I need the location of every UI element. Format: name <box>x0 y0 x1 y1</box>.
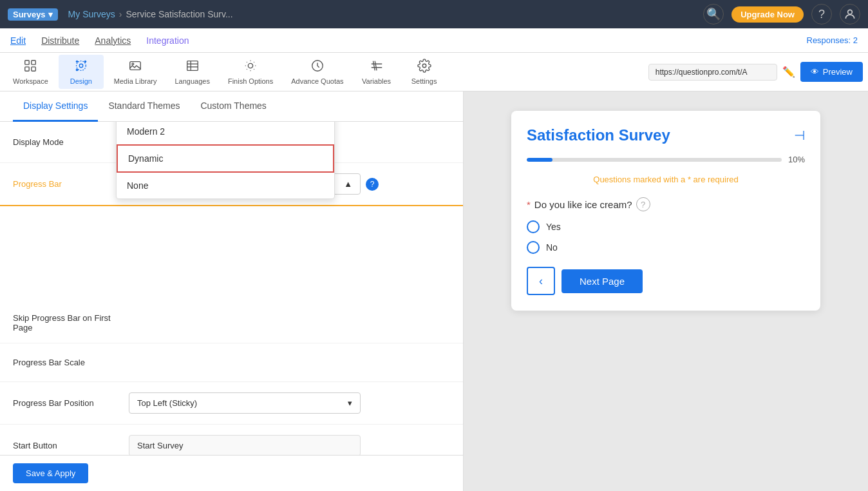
answer-label-yes: Yes <box>546 222 561 232</box>
progress-bar-row: Progress Bar Dynamic ▲ ? Modern 1 Modern… <box>0 163 463 206</box>
languages-label: Languages <box>175 77 209 85</box>
logo-dropdown-arrow: ▾ <box>48 10 53 19</box>
progress-bar-position-label: Progress Bar Position <box>13 398 129 408</box>
breadcrumb-mysurveys[interactable]: My Surveys <box>68 9 115 19</box>
progress-bar-position-row: Progress Bar Position Top Left (Sticky) … <box>0 382 463 425</box>
breadcrumb: My Surveys › Service Satisfaction Surv..… <box>68 9 233 19</box>
required-star: * <box>527 199 531 210</box>
save-apply-btn[interactable]: Save & Apply <box>13 463 88 483</box>
settings-content: Display Mode Classic Focus ? Progress Ba… <box>0 122 463 455</box>
answer-label-no: No <box>546 242 558 253</box>
breadcrumb-current: Service Satisfaction Surv... <box>126 9 232 19</box>
question-text: * Do you like ice cream? ? <box>527 197 805 211</box>
answer-option-yes: Yes <box>527 220 805 233</box>
toolbar-advance-quotas[interactable]: Advance Quotas <box>283 55 351 89</box>
logo-text: Surveys <box>13 10 46 19</box>
logo-btn[interactable]: Surveys ▾ <box>8 8 58 21</box>
media-library-icon <box>128 59 142 76</box>
toolbar-url-area: https://questionpro.com/t/A ✏️ 👁 Preview <box>648 62 863 82</box>
tab-standard-themes[interactable]: Standard Themes <box>98 91 190 122</box>
answer-option-no: No <box>527 241 805 254</box>
search-icon-btn[interactable]: 🔍 <box>703 4 724 24</box>
progress-bar-position-control: Top Left (Sticky) ▾ <box>129 392 450 414</box>
svg-rect-3 <box>25 67 29 71</box>
breadcrumb-sep: › <box>119 9 122 19</box>
start-button-label: Start Button <box>13 441 129 450</box>
media-library-label: Media Library <box>114 77 157 85</box>
next-page-btn[interactable]: Next Page <box>561 269 643 293</box>
top-nav: Surveys ▾ My Surveys › Service Satisfact… <box>0 0 868 28</box>
svg-rect-1 <box>25 61 29 64</box>
progress-bar-help-icon[interactable]: ? <box>366 178 379 191</box>
progress-bar-dropdown-menu: Modern 1 Modern 2 Dynamic None <box>116 122 335 199</box>
design-icon <box>74 59 88 76</box>
svg-point-7 <box>76 61 79 63</box>
progress-bar-position-value: Top Left (Sticky) <box>137 398 197 408</box>
svg-point-9 <box>76 69 79 72</box>
svg-point-16 <box>248 63 252 68</box>
svg-point-0 <box>848 10 853 14</box>
svg-rect-2 <box>32 61 35 64</box>
progress-bar-position-dropdown[interactable]: Top Left (Sticky) ▾ <box>129 392 361 414</box>
toolbar-variables[interactable]: Variables <box>354 55 399 89</box>
sub-nav: Edit Distribute Analytics Integration Re… <box>0 28 868 53</box>
skip-progress-bar-label: Skip Progress Bar on First Page <box>13 313 129 332</box>
edit-link[interactable]: Edit <box>10 35 26 46</box>
survey-exit-icon[interactable]: ⊣ <box>794 128 805 143</box>
finish-options-label: Finish Options <box>228 77 273 85</box>
toolbar-languages[interactable]: Languages <box>167 55 217 89</box>
dropdown-item-dynamic[interactable]: Dynamic <box>117 144 334 173</box>
tab-custom-themes[interactable]: Custom Themes <box>190 91 276 122</box>
start-button-input[interactable] <box>129 435 361 455</box>
dropdown-item-modern2[interactable]: Modern 2 <box>117 122 334 144</box>
user-icon-btn[interactable] <box>840 4 860 24</box>
upgrade-btn[interactable]: Upgrade Now <box>731 6 804 23</box>
integration-link[interactable]: Integration <box>146 35 189 46</box>
start-button-control <box>129 435 450 455</box>
toolbar-settings[interactable]: Settings <box>402 55 447 89</box>
question-help-icon[interactable]: ? <box>636 197 650 211</box>
url-box[interactable]: https://questionpro.com/t/A <box>648 64 777 81</box>
advance-quotas-label: Advance Quotas <box>291 77 343 85</box>
progress-section: 10% <box>527 155 805 164</box>
question-label: Do you like ice cream? <box>534 199 632 210</box>
radio-no[interactable] <box>527 241 540 254</box>
edit-url-icon[interactable]: ✏️ <box>782 66 795 78</box>
svg-rect-12 <box>187 61 198 71</box>
dropdown-item-none[interactable]: None <box>117 173 334 198</box>
settings-icon <box>417 59 431 76</box>
toolbar: Workspace Design Media Library <box>0 53 868 91</box>
radio-yes[interactable] <box>527 220 540 233</box>
svg-point-8 <box>84 61 86 63</box>
left-panel: Display Settings Standard Themes Custom … <box>0 91 464 491</box>
distribute-link[interactable]: Distribute <box>41 35 79 46</box>
question-section: * Do you like ice cream? ? Yes No <box>527 197 805 254</box>
svg-point-5 <box>79 64 83 68</box>
svg-point-18 <box>422 64 426 68</box>
svg-point-11 <box>132 63 134 65</box>
tab-display-settings[interactable]: Display Settings <box>13 91 98 122</box>
survey-nav: ‹ Next Page <box>527 267 805 295</box>
preview-eye-icon: 👁 <box>811 67 819 77</box>
toolbar-design[interactable]: Design <box>59 55 104 89</box>
toolbar-workspace[interactable]: Workspace <box>5 55 56 89</box>
languages-icon <box>185 59 200 76</box>
bottom-bar: Save & Apply <box>0 455 463 491</box>
survey-title-row: Satisfaction Survey ⊣ <box>527 126 805 144</box>
right-panel: Satisfaction Survey ⊣ 10% Questions mark… <box>464 91 868 491</box>
toolbar-finish-options[interactable]: Finish Options <box>220 55 281 89</box>
advance-quotas-icon <box>310 59 325 76</box>
workspace-label: Workspace <box>13 77 48 85</box>
help-icon-btn[interactable]: ? <box>811 4 832 24</box>
tabs-header: Display Settings Standard Themes Custom … <box>0 91 463 122</box>
main-content: Display Settings Standard Themes Custom … <box>0 91 868 491</box>
progress-bar-scale-label: Progress Bar Scale <box>13 358 129 367</box>
toolbar-media-library[interactable]: Media Library <box>106 55 165 89</box>
variables-label: Variables <box>362 77 391 85</box>
svg-rect-10 <box>130 62 141 70</box>
back-btn[interactable]: ‹ <box>527 267 555 295</box>
variables-icon <box>370 59 384 76</box>
top-nav-right: 🔍 Upgrade Now ? <box>703 4 860 24</box>
preview-btn[interactable]: 👁 Preview <box>800 62 863 82</box>
analytics-link[interactable]: Analytics <box>95 35 131 46</box>
